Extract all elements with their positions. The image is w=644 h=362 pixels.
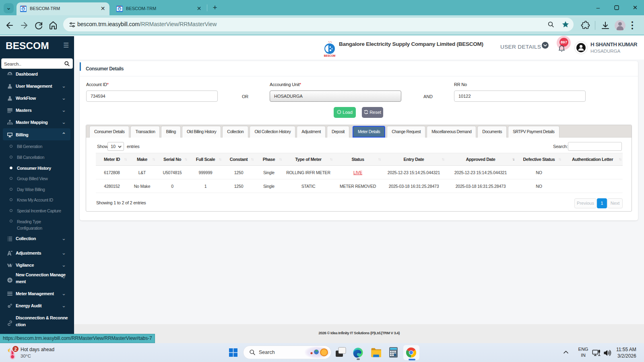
svg-text:B: B (22, 7, 25, 11)
svg-text:∿∿: ∿∿ (328, 41, 332, 43)
svg-text:B: B (118, 7, 121, 11)
svg-text:BESCOM: BESCOM (324, 54, 336, 57)
